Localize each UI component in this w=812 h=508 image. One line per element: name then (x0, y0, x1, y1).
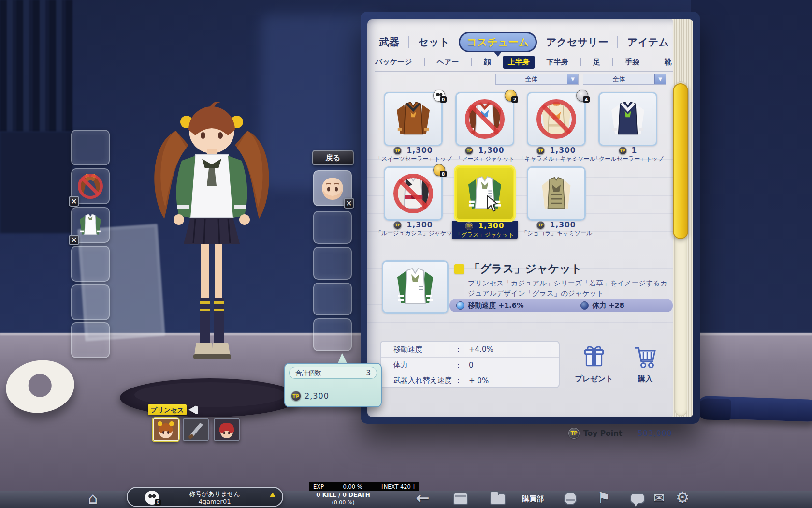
folder-icon[interactable] (490, 493, 506, 505)
flag-icon[interactable]: ⚑ (597, 491, 610, 505)
item-card-earth-jacket[interactable]: 2 (455, 92, 514, 146)
filter-right-value: 全体 (583, 75, 654, 84)
unequip-hair-button[interactable]: × (69, 196, 79, 207)
back-button[interactable]: 戻る (312, 150, 354, 165)
total-row-move-speed: 移動速度 : +4.0% (381, 342, 559, 357)
item-card-cool-sailor-top[interactable] (598, 92, 657, 146)
filter-dropdown-right[interactable]: 全体 ▼ (583, 74, 666, 85)
equipped-ban-icon (78, 174, 103, 199)
mail-icon[interactable]: ✉ (653, 492, 665, 505)
helmet-icon[interactable] (564, 492, 577, 505)
preview-slot-4[interactable] (313, 283, 352, 315)
item-price-value: 1,300 (550, 221, 576, 229)
wallet-balance: 503,000 (638, 429, 672, 438)
item-card-chocolat-camisole[interactable] (527, 166, 586, 221)
equip-slot-5[interactable] (71, 284, 110, 320)
preview-slot-2[interactable] (313, 211, 352, 244)
subtab-shoes[interactable]: 靴 (665, 58, 672, 67)
remove-face-button[interactable]: × (344, 198, 354, 209)
preview-slot-3[interactable] (313, 247, 352, 280)
item-name: 「キャラメル」キャミソール (519, 155, 595, 163)
stat-hp: 体力 +28 (580, 301, 624, 310)
equip-slot-6[interactable] (71, 322, 110, 358)
subtab-lower-body[interactable]: 下半身 (547, 58, 568, 67)
preview-slot-face[interactable]: × (313, 170, 352, 206)
tooltip-count: 3 (366, 369, 371, 377)
shop-scrollbar-thumb[interactable] (673, 83, 688, 239)
tab-sets[interactable]: セット (416, 35, 452, 49)
equip-slot-1[interactable] (71, 130, 110, 165)
unequip-top-button[interactable]: × (69, 235, 79, 245)
stat-orb-icon (456, 301, 464, 310)
item-name: 「グラス」ジャケット (447, 231, 523, 239)
dropdown-arrow-icon[interactable]: ▼ (654, 74, 666, 84)
tab-costume-selected[interactable]: コスチューム (459, 32, 537, 52)
item-card-caramel-camisole[interactable]: 4 (527, 92, 586, 146)
equip-slot-top[interactable]: × (71, 207, 110, 243)
equip-slot-hair[interactable]: × (71, 168, 110, 204)
subtab-package[interactable]: パッケージ (375, 58, 412, 67)
item-name: 「ショコラ」キャミソール (519, 229, 595, 238)
stat-orb-icon (580, 301, 589, 310)
preview-slot-5[interactable] (313, 318, 352, 351)
total-colon: : (457, 361, 460, 370)
subtab-face[interactable]: 顔 (484, 58, 491, 67)
dropdown-arrow-icon[interactable]: ▼ (567, 74, 578, 84)
subtab-hair[interactable]: ヘアー (437, 58, 459, 67)
item-name: 「スイーツセーラー」トップ (376, 155, 452, 163)
exp-label: EXP (313, 483, 324, 490)
tooltip-price-value: 2,300 (304, 391, 329, 401)
rarity-square-icon (454, 264, 464, 274)
detail-stat-bar: 移動速度 +1.6% 体力 +28 (450, 299, 673, 312)
total-value: +4.0% (469, 345, 493, 354)
calendar-icon[interactable] (453, 493, 468, 505)
expand-arrow-icon[interactable] (270, 493, 276, 497)
item-name: 「クールセーラー」トップ (590, 155, 667, 163)
character-slot-3[interactable] (214, 418, 240, 441)
subtab-upper-body-selected[interactable]: 上半身 (503, 56, 535, 69)
toy-point-wallet: TP Toy Point 503,000 (568, 428, 672, 439)
buy-button-label: 購入 (624, 374, 666, 384)
character-slot-2[interactable] (183, 418, 209, 441)
buy-button[interactable]: 購入 (624, 343, 666, 384)
skull-icon: 0 (145, 491, 159, 505)
shop-tabs: 武器 セット コスチューム アクセサリー アイテム (376, 31, 672, 53)
home-icon[interactable]: ⌂ (88, 491, 98, 506)
tp-coin-icon: TP (619, 147, 627, 155)
exp-bar: EXP 0.00 % [NEXT 420 ] (309, 482, 419, 491)
filter-dropdown-left[interactable]: 全体 ▼ (495, 74, 579, 85)
equip-slot-4[interactable] (71, 246, 110, 282)
subtab-gloves[interactable]: 手袋 (625, 58, 639, 67)
detail-item-description: プリンセス「カジュアル」シリーズ「若草」をイメージするカジュアルデザイン「グラス… (468, 278, 673, 299)
bg-marker-cap (696, 398, 731, 420)
tab-accessories[interactable]: アクセサリー (543, 35, 611, 49)
item-badge-icon: 4 (576, 90, 588, 102)
back-arrow-icon[interactable]: ← (416, 490, 430, 506)
tab-weapons[interactable]: 武器 (376, 35, 402, 49)
tab-divider (408, 36, 409, 48)
cannot-equip-icon (465, 99, 505, 139)
total-colon: : (457, 345, 460, 354)
tp-coin-icon: TP (536, 147, 545, 155)
shop-department-button[interactable]: 購買部 (522, 494, 544, 504)
costume-subtabs: パッケージ ヘアー 顔 上半身 下半身 足 手袋 靴 (375, 55, 672, 69)
item-price: TP 1,300 (527, 221, 586, 229)
item-card-glass-jacket-selected[interactable] (455, 166, 514, 221)
tab-items[interactable]: アイテム (624, 35, 672, 49)
subtab-divider (580, 58, 581, 66)
present-button[interactable]: プレゼント (570, 343, 618, 384)
settings-gear-icon[interactable]: ⚙ (676, 490, 690, 505)
item-card-sweets-sailor-top[interactable]: 0 (384, 92, 443, 146)
item-price-value: 1,300 (478, 222, 504, 230)
item-thumb (606, 97, 650, 141)
subtab-legs[interactable]: 足 (593, 58, 600, 67)
item-card-rouge-cassis-jacket[interactable]: 8 (384, 166, 443, 221)
tp-coin-icon: TP (465, 222, 473, 230)
character-model[interactable] (130, 72, 294, 391)
item-thumb (534, 171, 579, 216)
player-title-pill[interactable]: 0 称号がありません 4gamer01 (127, 487, 283, 507)
item-price: TP 1,300 (384, 221, 443, 229)
bg-shelf-lower (0, 132, 72, 233)
chat-bubble-icon[interactable] (630, 493, 645, 504)
character-slot-1[interactable] (153, 418, 179, 441)
